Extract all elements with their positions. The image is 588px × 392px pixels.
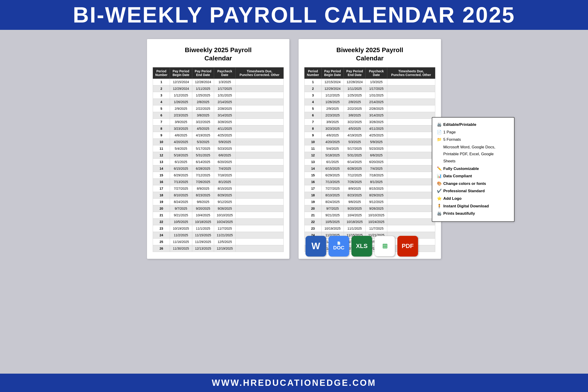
- table-cell: [236, 112, 284, 118]
- features-box: 🖨️ Editable/Printable 📄 1 Page 📁 5 Forma…: [432, 117, 514, 222]
- table-row: 212/29/20241/11/20251/17/2025: [153, 85, 284, 92]
- right-calendar-title: Biweekly 2025 Payroll Calendar: [304, 46, 435, 63]
- table-cell: 18: [153, 192, 170, 198]
- table-cell: 5/23/2025: [366, 145, 387, 152]
- table-cell: 12/29/2024: [170, 85, 192, 92]
- table-cell: 7/26/2025: [344, 178, 366, 185]
- table-cell: 11/1/2025: [344, 225, 366, 232]
- table-cell: 12/13/2025: [192, 245, 214, 252]
- table-cell: 3/9/2025: [321, 118, 344, 125]
- table-cell: 10/4/2025: [344, 212, 366, 218]
- table-cell: 7: [153, 118, 170, 125]
- table-cell: 8/10/2025: [321, 192, 344, 198]
- table-cell: [387, 212, 435, 218]
- table-cell: 10/24/2025: [366, 218, 387, 225]
- col-begin-date: Pay PeriodBegin Date: [170, 67, 192, 78]
- table-row: 219/21/202510/4/202510/10/2025: [304, 212, 435, 218]
- table-row: 73/9/20253/22/20253/28/2025: [304, 118, 435, 125]
- table-cell: 7/27/2025: [170, 185, 192, 192]
- table-cell: [387, 185, 435, 192]
- table-cell: 9/6/2025: [344, 198, 366, 205]
- table-row: 156/29/20257/12/20257/18/2025: [153, 172, 284, 178]
- table-cell: 15: [153, 172, 170, 178]
- table-cell: [236, 185, 284, 192]
- table-row: 62/23/20253/8/20253/14/2025: [153, 112, 284, 118]
- feature-colors: 🎨 Change colors or fonts: [437, 180, 510, 188]
- table-cell: 2/14/2025: [214, 98, 236, 105]
- table-cell: 8: [153, 125, 170, 132]
- feature-logo-text: Add Logo: [443, 195, 462, 202]
- table-row: 198/24/20259/6/20259/12/2025: [304, 198, 435, 205]
- formats-icon: 📁: [437, 136, 442, 143]
- xls-format-icon: XLS: [352, 236, 372, 256]
- table-cell: 11/29/2025: [192, 238, 214, 245]
- table-cell: 23: [153, 225, 170, 232]
- table-cell: 6: [153, 112, 170, 118]
- table-cell: 4/25/2025: [366, 132, 387, 138]
- table-cell: 1/26/2025: [170, 98, 192, 105]
- table-cell: [387, 112, 435, 118]
- table-cell: 12/29/2024: [321, 85, 344, 92]
- data-icon: 📊: [437, 173, 442, 180]
- table-cell: 9/21/2025: [321, 212, 344, 218]
- table-cell: [387, 178, 435, 185]
- table-cell: 5/9/2025: [366, 138, 387, 145]
- table-cell: 9/7/2025: [321, 205, 344, 212]
- table-row: 52/9/20252/22/20252/28/2025: [304, 105, 435, 112]
- feature-prints: 🖨️ Prints beautifully: [437, 210, 510, 217]
- table-row: 136/1/20256/14/20256/20/2025: [153, 158, 284, 165]
- table-row: 83/23/20254/5/20254/11/2025: [304, 125, 435, 132]
- table-cell: 5: [153, 105, 170, 112]
- table-cell: 11/7/2025: [366, 225, 387, 232]
- feature-page-text: 1 Page: [443, 129, 456, 136]
- table-cell: [387, 78, 435, 85]
- table-cell: 4/19/2025: [192, 132, 214, 138]
- table-cell: 8/29/2025: [366, 192, 387, 198]
- table-cell: 3/22/2025: [192, 118, 214, 125]
- table-cell: [236, 125, 284, 132]
- table-row: 62/23/20253/8/20253/14/2025: [304, 112, 435, 118]
- table-cell: 11/16/2025: [170, 238, 192, 245]
- table-cell: 2/23/2025: [170, 112, 192, 118]
- table-cell: 5/18/2025: [321, 152, 344, 158]
- table-cell: 10/18/2025: [344, 218, 366, 225]
- table-cell: 1/25/2025: [192, 92, 214, 98]
- table-cell: 12/15/2024: [321, 78, 344, 85]
- table-cell: 1/11/2025: [344, 85, 366, 92]
- left-table-body: 112/15/202412/28/20241/3/2025212/29/2024…: [153, 78, 284, 252]
- table-cell: 6: [304, 112, 322, 118]
- table-row: 2210/5/202510/18/202510/24/2025: [304, 218, 435, 225]
- table-cell: 8/1/2025: [214, 178, 236, 185]
- table-cell: 7: [304, 118, 322, 125]
- table-cell: [387, 158, 435, 165]
- feature-logo: ⭐ Add Logo: [437, 195, 510, 202]
- table-cell: 4/6/2025: [321, 132, 344, 138]
- table-cell: 10/5/2025: [170, 218, 192, 225]
- table-cell: [236, 178, 284, 185]
- table-cell: 12/5/2025: [214, 238, 236, 245]
- table-cell: 4/25/2025: [214, 132, 236, 138]
- table-cell: 10: [304, 138, 322, 145]
- table-cell: 5/4/2025: [170, 145, 192, 152]
- table-cell: 1: [153, 78, 170, 85]
- table-cell: [387, 205, 435, 212]
- table-cell: 15: [304, 172, 322, 178]
- table-cell: 5/9/2025: [214, 138, 236, 145]
- table-cell: 1/17/2025: [214, 85, 236, 92]
- table-cell: 6/1/2025: [170, 158, 192, 165]
- table-cell: 8/10/2025: [170, 192, 192, 198]
- feature-formats-text: 5 Formats: [443, 136, 461, 143]
- table-cell: 1/17/2025: [366, 85, 387, 92]
- feature-colors-text: Change colors or fonts: [443, 180, 486, 188]
- table-row: 188/10/20258/23/20258/29/2025: [304, 192, 435, 198]
- table-cell: 1/12/2025: [321, 92, 344, 98]
- table-cell: 12/28/2024: [344, 78, 366, 85]
- table-cell: 6/28/2025: [344, 165, 366, 172]
- table-cell: [387, 138, 435, 145]
- feature-prints-text: Prints beautifully: [443, 210, 475, 217]
- table-cell: 14: [304, 165, 322, 172]
- table-cell: 11: [304, 145, 322, 152]
- table-cell: 6/29/2025: [170, 172, 192, 178]
- table-cell: 10/24/2025: [214, 218, 236, 225]
- table-cell: 2: [153, 85, 170, 92]
